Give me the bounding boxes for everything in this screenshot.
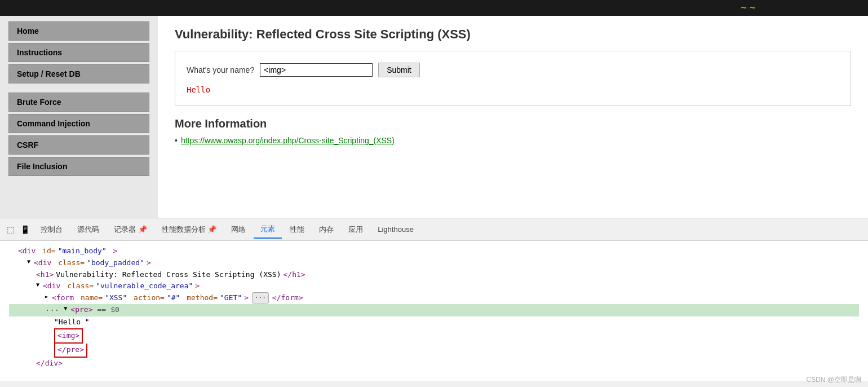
code-val: "#"	[167, 292, 180, 304]
code-line: <h1> Vulnerability: Reflected Cross Site…	[9, 269, 859, 281]
code-attr: class=	[63, 280, 94, 292]
nav-menu: Home Instructions Setup / Reset DB Brute…	[0, 16, 158, 218]
code-tag: >	[244, 292, 249, 304]
code-text: Vulnerability: Reflected Cross Site Scri…	[56, 269, 281, 281]
code-line: ► <form name="XSS" action="#" method="GE…	[9, 292, 859, 304]
sidebar-item-command-injection[interactable]: Command Injection	[8, 114, 149, 133]
eq-sign: ==	[97, 304, 106, 316]
sidebar-item-csrf[interactable]: CSRF	[8, 135, 149, 155]
form-label: What's your name?	[187, 65, 254, 74]
code-val: "GET"	[220, 292, 242, 304]
code-line: "Hello "	[9, 316, 859, 328]
triangle-icon[interactable]: ▼	[27, 257, 30, 266]
page-title: Vulnerability: Reflected Cross Site Scri…	[175, 27, 851, 42]
highlighted-img-tag: <img>	[54, 328, 83, 344]
code-line-pre-close: </pre>	[9, 344, 859, 358]
code-tag: <div	[34, 257, 51, 269]
code-attr: name=	[76, 292, 103, 304]
code-line: <div id="main_body" >	[9, 245, 859, 257]
code-val: "main_body"	[58, 245, 107, 257]
code-tag: <pre>	[70, 304, 92, 316]
tab-recorder[interactable]: 记录器 📌	[107, 221, 154, 238]
tab-lighthouse[interactable]: Lighthouse	[371, 222, 420, 237]
triangle-icon[interactable]: ▼	[64, 304, 67, 313]
name-input[interactable]	[260, 63, 373, 77]
code-tag: >	[109, 245, 118, 257]
code-line: </div>	[9, 358, 859, 370]
content-area: Vulnerability: Reflected Cross Site Scri…	[158, 16, 868, 218]
ellipsis-button[interactable]: ···	[252, 292, 269, 304]
form-row: What's your name? Submit	[187, 63, 839, 77]
code-tag: >	[195, 280, 200, 292]
code-val: "vulnerable_code_area"	[96, 280, 193, 292]
code-line-img: <img>	[9, 328, 859, 344]
code-tag: </div>	[36, 358, 63, 370]
code-tag: <div	[18, 245, 36, 257]
link-item: • https://www.owasp.org/index.php/Cross-…	[175, 136, 851, 145]
sidebar-item-home[interactable]: Home	[8, 21, 149, 41]
code-tag: </h1>	[283, 269, 305, 281]
code-attr: class=	[54, 257, 85, 269]
code-attr: action=	[129, 292, 165, 304]
code-tag: </pre>	[57, 345, 84, 354]
code-tag: <div	[43, 280, 60, 292]
top-section: Home Instructions Setup / Reset DB Brute…	[0, 16, 868, 218]
tab-application[interactable]: 应用	[342, 221, 370, 238]
code-val: "body_padded"	[87, 257, 144, 269]
dots-icon: ···	[45, 304, 59, 316]
banner-logo: ~ ~	[741, 2, 755, 14]
owasp-link[interactable]: https://www.owasp.org/index.php/Cross-si…	[181, 136, 395, 145]
code-tag: >	[147, 257, 151, 269]
inspect-icon[interactable]: ⬚	[5, 224, 16, 235]
tab-console[interactable]: 控制台	[34, 221, 69, 238]
tab-source[interactable]: 源代码	[70, 221, 106, 238]
devtools-tabs: ⬚ 📱 控制台 源代码 记录器 📌 性能数据分析 📌 网络 元素 性能 内存 应…	[0, 218, 868, 241]
code-tag: <h1>	[36, 269, 54, 281]
triangle-icon[interactable]: ▼	[36, 280, 39, 289]
code-attr: id=	[38, 245, 55, 257]
more-info-title: More Information	[175, 117, 851, 130]
tab-performance-data[interactable]: 性能数据分析 📌	[155, 221, 224, 238]
code-val: "XSS"	[105, 292, 127, 304]
devtools: ⬚ 📱 控制台 源代码 记录器 📌 性能数据分析 📌 网络 元素 性能 内存 应…	[0, 218, 868, 381]
tab-network[interactable]: 网络	[224, 221, 253, 238]
selected-code-line: ··· ▼ <pre> == $0	[9, 304, 859, 316]
device-icon[interactable]: 📱	[19, 224, 30, 235]
tab-performance[interactable]: 性能	[283, 221, 311, 238]
highlighted-pre-close: </pre>	[54, 344, 87, 358]
sidebar-item-setup-reset-db[interactable]: Setup / Reset DB	[8, 64, 149, 83]
code-text: "Hello "	[54, 316, 90, 328]
code-tag: <form	[52, 292, 74, 304]
dollar-sign: $0	[110, 304, 119, 316]
sidebar-item-brute-force[interactable]: Brute Force	[8, 93, 149, 112]
devtools-code: <div id="main_body" > ▼ <div class="body…	[0, 241, 868, 381]
tab-elements[interactable]: 元素	[254, 221, 282, 239]
tab-memory[interactable]: 内存	[312, 221, 340, 238]
banner: ~ ~	[0, 0, 868, 16]
submit-button[interactable]: Submit	[378, 63, 420, 77]
csdn-watermark: CSDN @空即是啊	[806, 375, 861, 385]
hello-text: Hello	[187, 85, 839, 94]
vulnerable-area: What's your name? Submit Hello	[175, 51, 851, 106]
code-tag: <img>	[57, 331, 79, 340]
code-line: ▼ <div class="body_padded" >	[9, 257, 859, 269]
bullet: •	[175, 136, 178, 145]
sidebar-item-instructions[interactable]: Instructions	[8, 43, 149, 62]
code-line: ▼ <div class="vulnerable_code_area" >	[9, 280, 859, 292]
code-tag: </form>	[272, 292, 303, 304]
triangle-icon[interactable]: ►	[45, 292, 48, 301]
sidebar-item-file-inclusion[interactable]: File Inclusion	[8, 157, 149, 176]
code-attr: method=	[182, 292, 218, 304]
